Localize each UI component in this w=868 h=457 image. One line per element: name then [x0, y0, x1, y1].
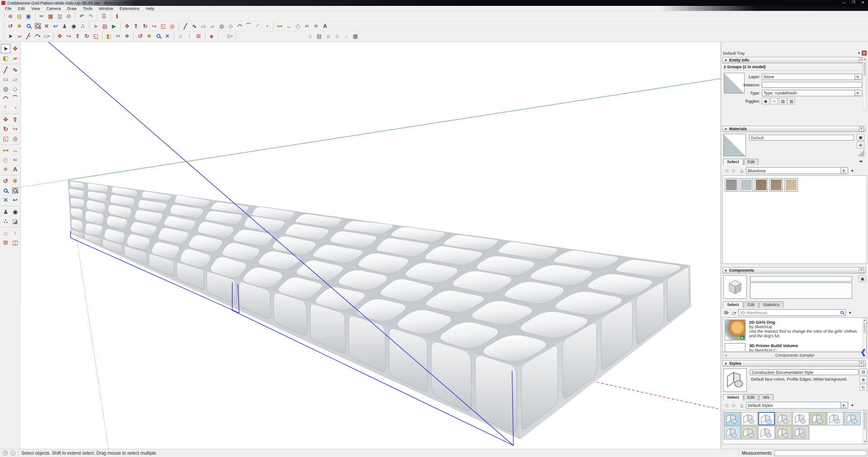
display-secondary-pane-icon[interactable]: ⊟	[859, 368, 867, 375]
print-button[interactable]: ☰	[99, 12, 108, 20]
model-info-button[interactable]: ℹ	[113, 12, 122, 20]
text-tool[interactable]: A1	[10, 155, 20, 165]
receive-shadows-icon[interactable]: ▤	[779, 98, 787, 104]
chevron-down-icon[interactable]: ▾	[231, 34, 232, 38]
scale-button[interactable]: ◱	[91, 32, 100, 40]
sign-in-button[interactable]: ☺▾	[225, 32, 234, 40]
component-options-button[interactable]: ▤	[100, 22, 109, 30]
arc-button[interactable]: ◠	[235, 22, 244, 30]
zoom-button[interactable]	[154, 32, 163, 40]
style-hidden-line[interactable]	[793, 412, 809, 425]
component-thumbnail[interactable]	[725, 320, 745, 340]
select-tool[interactable]: ➤	[1, 44, 10, 53]
eraser-tool[interactable]: ▰	[10, 53, 20, 63]
three-d-text-tool[interactable]: A	[10, 165, 20, 174]
zoom-extents-tool[interactable]: ✕	[1, 195, 10, 205]
display-secondary-pane-icon[interactable]: ▣	[857, 134, 864, 141]
protractor-tool[interactable]: ◴	[1, 155, 10, 165]
scale-button[interactable]: ◱	[159, 22, 168, 30]
entity-scrollbar[interactable]: ▲	[863, 57, 867, 110]
follow-me-tool[interactable]: ↪	[10, 124, 20, 134]
style-sky[interactable]	[724, 412, 741, 425]
rotate-tool[interactable]: ↻	[1, 124, 10, 134]
footer-prev-icon[interactable]: ◃	[725, 353, 727, 358]
view-back-button[interactable]: ⌂	[342, 32, 351, 40]
offset-button[interactable]: ◎	[168, 22, 177, 30]
three-d-warehouse-button[interactable]: ⌂	[176, 32, 185, 40]
component-desc-field[interactable]	[750, 283, 852, 299]
menu-view[interactable]: View	[28, 6, 43, 11]
material-name-field[interactable]: Default	[749, 135, 854, 141]
rotate-button[interactable]: ↻	[82, 32, 91, 40]
entity-info-header[interactable]: ▼ Entity Info ✕	[722, 57, 866, 63]
search-icon[interactable]	[840, 311, 844, 314]
cast-shadows-icon[interactable]: ▥	[788, 98, 795, 104]
zoom-extents-button[interactable]: ✕	[42, 22, 51, 30]
orbit-tool[interactable]: ↺	[1, 176, 10, 186]
dimension-tool[interactable]: ↔	[10, 146, 20, 155]
zoom-previous-tool[interactable]: ↩	[10, 195, 20, 205]
menu-file[interactable]: File	[2, 6, 15, 11]
push-pull-button[interactable]: ⇧	[73, 32, 82, 40]
menu-window[interactable]: Window	[95, 6, 116, 11]
add-location-button[interactable]: ◈	[207, 32, 216, 40]
circle-button[interactable]: ◍	[217, 22, 226, 30]
visible-icon[interactable]: ◉	[762, 98, 769, 104]
move-button[interactable]: ✥	[55, 32, 64, 40]
open-button[interactable]: ▤	[15, 12, 24, 20]
measurements-input[interactable]	[774, 450, 867, 456]
freehand-tool[interactable]: ∿	[10, 65, 20, 75]
axes-button[interactable]: ✳	[311, 22, 321, 30]
text-button[interactable]: A1	[113, 32, 123, 40]
pin-icon[interactable]: ▾	[858, 51, 860, 55]
model-canvas[interactable]	[21, 42, 721, 449]
display-secondary-pane-icon[interactable]: ▣	[859, 275, 866, 282]
in-model-icon[interactable]: ⌂	[738, 402, 745, 409]
pie-button[interactable]: ◔	[262, 22, 271, 30]
styles-collection-select[interactable]: Default Styles ▼	[746, 402, 848, 409]
style-white-2[interactable]	[827, 412, 844, 425]
style-beige[interactable]	[775, 412, 792, 425]
extension-warehouse-tool[interactable]: ⊞	[1, 238, 10, 247]
offset-tool[interactable]: ◎	[10, 134, 20, 143]
menu-tools[interactable]: Tools	[80, 6, 95, 11]
update-style-icon[interactable]: ↻	[859, 384, 867, 391]
component-item[interactable]: 2D Girls Dogby SketchUpUse the Interact …	[725, 320, 860, 340]
paste-button[interactable]: ▥	[55, 12, 64, 20]
details-arrow-icon[interactable]: ➧	[849, 168, 856, 174]
paint-bucket-button[interactable]: ◧	[104, 32, 113, 40]
sample-paint-icon[interactable]: ✒	[859, 159, 863, 165]
polygon-tool[interactable]: ◇	[10, 84, 20, 94]
view-iso-button[interactable]: ⌂	[306, 32, 315, 40]
details-arrow-icon[interactable]: ➧	[849, 402, 856, 409]
follow-me-button[interactable]: ↪	[64, 32, 73, 40]
walk-button[interactable]: ∴	[78, 22, 87, 30]
style-white-1[interactable]	[741, 412, 758, 425]
pan-tool[interactable]: ✱	[10, 176, 20, 186]
three-point-arc-tool[interactable]: ◜	[1, 103, 10, 113]
chevron-down-icon[interactable]: ▼	[854, 74, 860, 80]
three-d-text-button[interactable]: A	[321, 22, 330, 30]
tray-close-icon[interactable]: ✕	[862, 51, 867, 56]
tape-measure-button[interactable]: ⊷	[275, 22, 284, 30]
interact-button[interactable]: ➤	[91, 22, 100, 30]
layer-select[interactable]: Stone ▼	[762, 74, 862, 80]
component-thumbnail[interactable]	[725, 343, 745, 352]
copy-button[interactable]: ▦	[46, 12, 55, 20]
toolbar-gripper[interactable]	[2, 33, 5, 39]
materials-list[interactable]	[722, 175, 867, 264]
cut-button[interactable]: ✂	[37, 12, 46, 20]
three-point-arc-button[interactable]: ◜	[253, 22, 262, 30]
collapse-tray-chevron-icon[interactable]: ❮	[860, 348, 866, 356]
material-swatch-bluestone-blue[interactable]	[740, 178, 753, 192]
arc-tool[interactable]: ◠	[1, 94, 10, 103]
styles-button[interactable]: ❖	[123, 32, 132, 40]
zoom-previous-button[interactable]: ↩	[51, 22, 60, 30]
dimension-button[interactable]: ↔	[284, 22, 293, 30]
lock-icon[interactable]: ∩	[770, 98, 778, 104]
orbit-button[interactable]: ↺	[6, 22, 15, 30]
undo-button[interactable]: ↶	[77, 12, 86, 20]
eraser-button[interactable]: ▰	[15, 32, 24, 40]
toolbar-gripper[interactable]	[2, 23, 5, 29]
zoom-window-button[interactable]	[33, 22, 42, 30]
